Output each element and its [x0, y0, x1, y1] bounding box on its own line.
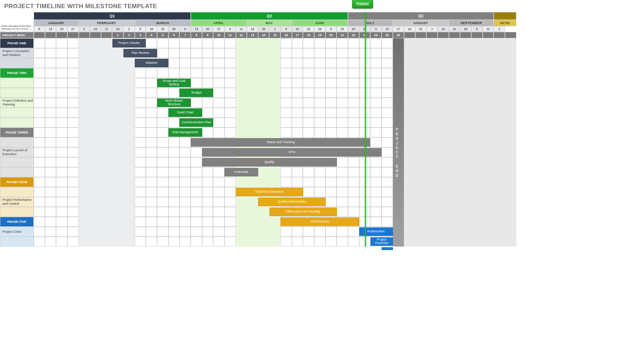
week-0: [34, 32, 45, 38]
bar-risk-management[interactable]: Risk Management: [168, 128, 202, 137]
week-35: [426, 32, 438, 38]
date-14: 13: [191, 26, 202, 32]
bar-postmortem[interactable]: Postmortem: [359, 227, 393, 236]
project-week-label: PROJECT WEEK: [0, 32, 34, 38]
week-25: 19: [314, 32, 326, 38]
phase-body-label-3-3: [0, 167, 34, 177]
phase-header-3: PHASE THREE: [0, 128, 34, 137]
bar-forecasts[interactable]: Forecasts: [224, 168, 258, 176]
date-32: 17: [393, 26, 404, 32]
bar-scope-and-goal-setting[interactable]: Scope and Goal Setting: [157, 79, 191, 87]
phase-body-label-4-2: [0, 207, 34, 217]
date-31: 10: [382, 26, 393, 32]
date-16: 27: [213, 26, 224, 32]
bar-kpis[interactable]: KPIs: [202, 148, 382, 157]
bar-communication-plan[interactable]: Communication Plan: [179, 118, 213, 127]
week-36: [438, 32, 449, 38]
phase-body-label-2-2: Project Definition and Planning: [0, 98, 34, 108]
date-27: 13: [337, 26, 348, 32]
week-39: [471, 32, 483, 38]
date-0: 6: [34, 26, 45, 32]
date-13: 6: [179, 26, 191, 32]
week-16: 10: [213, 32, 224, 38]
phase-body-label-2-3: [0, 108, 34, 118]
quarter-row: Q1Q2Q3: [0, 12, 516, 20]
gantt-body: PHASE ONEProject Conception and Initiati…: [0, 38, 516, 247]
quarter-Q1: Q1: [34, 12, 191, 20]
date-20: 25: [258, 26, 270, 32]
phase-body-label-3-1: Project Launch of Execution: [0, 147, 34, 157]
month-april: APRIL: [191, 20, 247, 26]
date-21: 1: [269, 26, 281, 32]
week-27: 21: [337, 32, 348, 38]
bar-plan-review[interactable]: Plan Review: [123, 49, 157, 57]
date-35: 7: [426, 26, 438, 32]
date-7: 24: [112, 26, 123, 32]
bar-work-bkdwn-structure[interactable]: Work Bkdwn Structure: [157, 98, 191, 107]
bar-report[interactable]: Report: [382, 247, 393, 250]
month-row: JANUARYFEBRUARYMARCHAPRILMAYJUNEJULYAUGU…: [0, 20, 516, 26]
phase-body-label-2-0: [0, 78, 34, 88]
phase-body-label-5-0: Project Close: [0, 227, 34, 237]
week-19: 13: [247, 32, 258, 38]
week-5: [90, 32, 101, 38]
week-38: [460, 32, 471, 38]
date-5: 10: [90, 26, 101, 32]
week-13: 7: [179, 32, 191, 38]
date-8: 2: [123, 26, 135, 32]
week-20: 14: [258, 32, 270, 38]
date-row: Enter the date of the first Monday of ea…: [0, 26, 516, 32]
week-34: [415, 32, 427, 38]
date-23: 15: [292, 26, 303, 32]
week-7: 1: [112, 32, 123, 38]
week-4: [79, 32, 90, 38]
date-9: 9: [135, 26, 146, 32]
month-august: AUGUST: [393, 20, 449, 26]
week-37: [449, 32, 460, 38]
week-30: 24: [370, 32, 382, 38]
date-11: 23: [157, 26, 168, 32]
bar-project-charter[interactable]: Project Charter: [112, 39, 146, 47]
quarter-spacer: [0, 12, 34, 20]
week-31: 25: [382, 32, 393, 38]
week-33: [404, 32, 415, 38]
date-40: 12: [483, 26, 494, 32]
phase-header-1: PHASE ONE: [0, 38, 34, 48]
bar-objective-execution[interactable]: Objective Execution: [236, 188, 303, 196]
bar-initiation[interactable]: Initiation: [135, 59, 168, 67]
bar-performance[interactable]: Performance: [281, 217, 359, 226]
week-3: [67, 32, 79, 38]
date-34: 31: [415, 26, 427, 32]
phase-body-label-3-0: [0, 137, 34, 147]
date-19: 18: [247, 26, 258, 32]
month-january: JANUARY: [34, 20, 79, 26]
week-40: [483, 32, 494, 38]
week-24: 18: [303, 32, 314, 38]
date-24: 22: [303, 26, 314, 32]
bar-quality-deliverables[interactable]: Quality Deliverables: [258, 198, 326, 206]
month-september: SEPTEMBER: [449, 20, 494, 26]
date-15: 20: [202, 26, 213, 32]
bar-quality[interactable]: Quality: [202, 158, 337, 166]
month-octo: OCTO: [494, 20, 516, 26]
bar-gantt-chart[interactable]: Gantt Chart: [168, 108, 202, 117]
bar-budget[interactable]: Budget: [179, 89, 213, 97]
date-37: 21: [449, 26, 460, 32]
month-february: FEBRUARY: [79, 20, 135, 26]
bar-effort-and-cost-tracking[interactable]: Effort and Cost Tracking: [270, 208, 337, 216]
month-may: MAY: [247, 20, 292, 26]
date-38: 28: [460, 26, 471, 32]
bar-project-punchlist[interactable]: Project Punchlist: [371, 237, 393, 246]
week-row: PROJECT WEEK 123456789101112131415161718…: [0, 32, 516, 38]
week-15: 9: [202, 32, 213, 38]
week-2: [56, 32, 67, 38]
bar-status-and-tracking[interactable]: Status and Tracking: [191, 138, 370, 147]
phase-body-label-2-4: [0, 118, 34, 128]
date-33: 24: [404, 26, 415, 32]
week-1: [45, 32, 56, 38]
date-28: 20: [348, 26, 359, 32]
phase-body-label-1-1: [0, 58, 34, 68]
phase-body-label-2-1: [0, 88, 34, 98]
today-line: [365, 12, 366, 247]
week-9: 3: [135, 32, 146, 38]
